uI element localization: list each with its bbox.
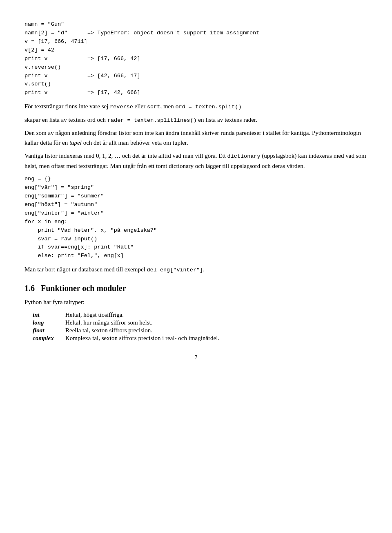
table-row: float Reella tal, sexton siffrors precis… [33,327,223,334]
prose-text-p3: Den som av någon anledning föredrar list… [24,130,361,146]
prose-intro: Python har fyra taltyper: [24,297,368,307]
type-int: int [33,311,65,319]
inline-code-splitlines: rader = texten.splitlines() [107,117,197,123]
prose-text-p1b: eller [133,103,147,110]
page-number-value: 7 [195,354,198,361]
table-row: int Heltal, högst tiosiffriga. [33,311,223,319]
prose-text-p1c: , men [160,103,175,110]
desc-int: Heltal, högst tiosiffriga. [65,311,223,319]
inline-code-sort: sort [147,104,160,110]
code-block-1: namn = "Gun" namn[2] = "d" => TypeError:… [24,20,368,97]
prose-p1: För textsträngar finns inte vare sej rev… [24,101,368,171]
inline-code-dictionary: dictionary [227,153,261,159]
page-number: 7 [24,354,368,361]
code-block-2: eng = {} eng["vår"] = "spring" eng["somm… [24,175,368,260]
section-heading: 1.6 Funktioner och moduler [24,284,368,293]
inline-code-del: del eng["vinter"] [147,267,203,273]
table-row: complex Komplexa tal, sexton siffrors pr… [33,334,223,342]
desc-long: Heltal, hur många siffror som helst. [65,319,223,327]
table-row: long Heltal, hur många siffror som helst… [33,319,223,327]
section-title-text [37,284,39,293]
type-complex: complex [33,334,65,342]
inline-code-reverse: reverse [110,104,133,110]
type-table: int Heltal, högst tiosiffriga. long Helt… [33,311,223,342]
section-title: Funktioner och moduler [41,284,126,293]
prose-text-p1a: För textsträngar finns inte vare sej [24,103,110,110]
type-long: long [33,319,65,327]
desc-float: Reella tal, sexton siffrors precision. [65,327,223,334]
inline-code-split: ord = texten.split() [175,104,241,110]
del-text-after: . [203,266,205,273]
prose-del-sentence: Man tar bort något ur databasen med till… [24,264,368,275]
desc-complex: Komplexa tal, sexton siffrors precision … [65,334,223,342]
prose-text-p2b: en lista av textens rader. [197,116,257,123]
prose-text-p2a: skapar en lista av textens ord och [24,116,107,123]
type-float: float [33,327,65,334]
prose-text-p4: Vanliga listor indexeras med 0, 1, 2, … … [24,152,227,159]
section-number: 1.6 [24,284,35,293]
intro-text: Python har fyra taltyper: [24,299,85,305]
del-text-before: Man tar bort något ur databasen med till… [24,266,147,273]
